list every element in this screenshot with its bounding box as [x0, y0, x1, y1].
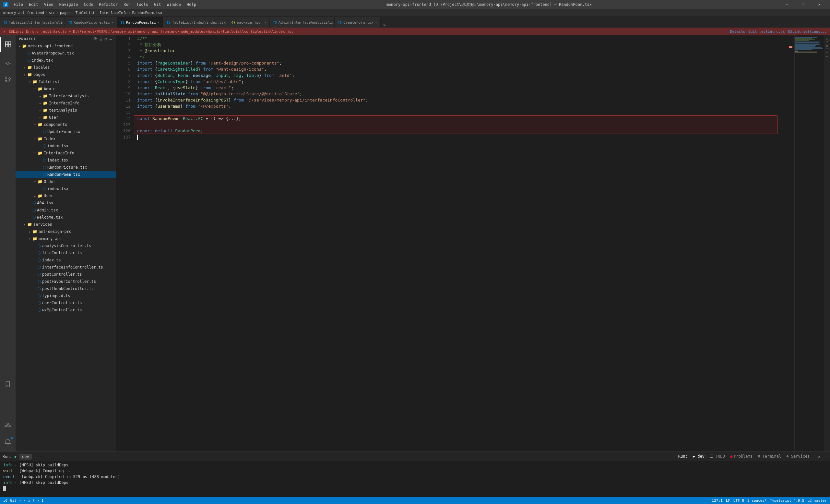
sidebar-icon-refresh[interactable]: ⟳ — [93, 36, 98, 41]
tree-item-welcome[interactable]: ⬡ Welcome.tsx — [15, 214, 116, 221]
tree-item-indextsxii[interactable]: ⬡ index.tsx — [15, 157, 116, 164]
error-settings-link[interactable]: ESLint settings... — [788, 30, 827, 34]
sidebar-icon-minus[interactable]: – — [109, 36, 113, 41]
bottom-tab-dev[interactable]: ▶ dev — [693, 452, 705, 461]
tree-item-root[interactable]: ▾ 📁 memory-api-frontend — [15, 42, 116, 50]
activity-bookmarks[interactable] — [0, 376, 15, 392]
tree-item-randompicture[interactable]: ⬡ RandomPicture.tsx — [15, 164, 116, 171]
run-config[interactable]: dev — [20, 454, 32, 460]
tree-item-tablelist[interactable]: ▾ 📁 TableList — [15, 78, 116, 85]
tree-item-index-root[interactable]: ⬡ index.tsx — [15, 57, 116, 64]
minimize-button[interactable]: – — [779, 0, 794, 9]
menu-window[interactable]: Window — [164, 2, 184, 7]
tree-item-antdesignpro[interactable]: ▸ 📁 ant-design-pro — [15, 228, 116, 235]
tree-item-file[interactable]: ⬡ fileController.ts — [15, 249, 116, 256]
tree-item-avatardropdown[interactable]: ⬡ AvatarDropdown.tsx — [15, 50, 116, 57]
tab-close-icon[interactable]: × — [264, 21, 266, 24]
status-errors[interactable]: ✕ 1 — [37, 499, 44, 503]
menu-run[interactable]: Run — [121, 2, 133, 7]
bottom-tab-problems[interactable]: ● Problems — [730, 452, 753, 461]
tree-item-wxmp[interactable]: ⬡ wxMpController.ts — [15, 307, 116, 314]
status-position[interactable]: 127:1 — [712, 499, 723, 503]
tab-randompicture[interactable]: TS RandomPicture.tsx × — [65, 17, 117, 28]
bottom-tab-run[interactable]: Run: — [678, 452, 688, 461]
tree-item-randompoem[interactable]: ⬡ RandomPoem.tsx — [15, 171, 116, 178]
status-warnings[interactable]: ⚠ 7 — [28, 499, 35, 503]
menu-help[interactable]: Help — [184, 2, 199, 7]
tree-item-interfaceinfo[interactable]: ▾ 📁 InterfaceInfo — [15, 150, 116, 157]
tree-item-typings[interactable]: ⬡ typings.d.ts — [15, 292, 116, 300]
tree-item-admin[interactable]: ▾ 📁 Admin — [15, 85, 116, 92]
status-git-branch[interactable]: Git — [10, 499, 17, 503]
tab-close-icon[interactable]: × — [158, 21, 160, 24]
tab-adminindex[interactable]: TS Admin\InterfaceAnalysis\index.tsx × — [270, 17, 334, 28]
run-icon[interactable]: ▶ — [14, 454, 17, 459]
tree-item-services[interactable]: ▾ 📁 services — [15, 221, 116, 228]
tree-item-interfaceinfocontroller[interactable]: ⬡ interfaceInfoController.ts — [15, 264, 116, 271]
activity-notifications[interactable] — [0, 435, 15, 450]
close-button[interactable]: × — [812, 0, 827, 9]
tab-tablelistindex2[interactable]: TS TableList\Index\index.tsx × — [163, 17, 228, 28]
tab-packagejson[interactable]: {} package.json × — [228, 17, 270, 28]
menu-code[interactable]: Code — [82, 2, 96, 7]
tree-item-postfavour[interactable]: ⬡ postFavourController.ts — [15, 278, 116, 285]
menu-git[interactable]: Git — [151, 2, 164, 7]
menu-file[interactable]: File — [11, 2, 26, 7]
code-content[interactable]: 3/** * 接口分析 * @constructor */ import {Pa… — [134, 35, 787, 451]
activity-project[interactable] — [0, 37, 15, 52]
activity-commit[interactable] — [0, 56, 15, 71]
tab-overflow-icon[interactable]: » — [381, 22, 388, 28]
terminal-cursor-line[interactable] — [3, 485, 827, 491]
tree-item-updateform[interactable]: ⬡ UpdateForm.tsx — [15, 128, 116, 135]
tree-item-memoryapi[interactable]: ▾ 📁 memory-api — [15, 235, 116, 242]
code-editor[interactable]: 1 2 3 4 5 6 7 8 9 10 11 12 13 14 125 126… — [116, 35, 824, 451]
status-lf[interactable]: LF — [726, 499, 730, 503]
bottom-tab-services[interactable]: ⊙ Services — [786, 452, 809, 461]
menu-tools[interactable]: Tools — [134, 2, 151, 7]
maximize-button[interactable]: □ — [796, 0, 810, 9]
tab-close-icon[interactable]: × — [375, 21, 377, 24]
error-details-link[interactable]: Details — [730, 30, 745, 34]
tree-item-interfaceanalysis[interactable]: ▸ 📁 InterfaceAnalysis — [15, 92, 116, 100]
menu-refactor[interactable]: Refactor — [96, 2, 120, 7]
tree-item-index-folder[interactable]: ▾ 📁 Index — [15, 135, 116, 143]
bottom-tab-todo[interactable]: ☰ TODO — [710, 452, 725, 461]
tree-item-interfaceinfo-admin[interactable]: ▸ 📁 InterfaceInfo — [15, 100, 116, 107]
tab-tablelistindex[interactable]: TS TableList\InterfaceInfo\index.tsx × — [0, 17, 65, 28]
breadcrumb-item-tablelist[interactable]: TableList — [75, 11, 95, 15]
menu-edit[interactable]: Edit — [26, 2, 41, 7]
bottom-tab-terminal[interactable]: ⊞ Terminal — [758, 452, 781, 461]
tree-item-analysis[interactable]: ⬡ analysisController.ts — [15, 242, 116, 249]
bottom-settings-icon[interactable]: ⚙ — [818, 454, 820, 459]
tree-item-order-index[interactable]: ⬡ index.tsx — [15, 185, 116, 192]
breadcrumb-item-root[interactable]: memory-api-frontend — [3, 11, 44, 15]
tab-close-icon[interactable]: × — [112, 21, 114, 24]
bottom-close-icon[interactable]: – — [825, 454, 827, 459]
sidebar-icon-collapse[interactable]: ≡ — [99, 36, 102, 41]
tree-item-user-admin[interactable]: ▸ 📁 User — [15, 114, 116, 121]
status-git-icon[interactable]: ⎇ — [3, 499, 7, 503]
tree-item-user[interactable]: ▸ 📁 User — [15, 192, 116, 199]
tree-item-testanalysis[interactable]: ▸ 📁 testAnalysis — [15, 107, 116, 114]
breadcrumb-item-src[interactable]: src — [49, 11, 55, 15]
breadcrumb-item-interfaceinfo[interactable]: InterfaceInfo — [99, 11, 127, 15]
breadcrumb-item-file[interactable]: RandomPoem.tsx — [132, 11, 162, 15]
tree-item-locales[interactable]: ▸ 📁 locales — [15, 64, 116, 71]
tab-randompoem[interactable]: TS RandomPoem.tsx × — [117, 17, 163, 28]
activity-pullrequests[interactable] — [0, 72, 15, 87]
status-encoding[interactable]: UTF-8 — [733, 499, 744, 503]
tree-item-404[interactable]: ⬡ 404.tsx — [15, 199, 116, 207]
activity-structure[interactable] — [0, 418, 15, 434]
tab-createform[interactable]: TS CreateForm.tsx × — [334, 17, 381, 28]
breadcrumb-item-pages[interactable]: pages — [60, 11, 71, 15]
tree-item-pages[interactable]: ▾ 📁 pages — [15, 71, 116, 78]
tree-item-components[interactable]: ▾ 📁 components — [15, 121, 116, 128]
status-git-master[interactable]: ⎇ master — [808, 499, 827, 503]
tree-item-index-tsx[interactable]: ⬡ index.tsx — [15, 143, 116, 150]
tree-item-postcontroller[interactable]: ⬡ postController.ts — [15, 271, 116, 278]
sidebar-icon-gear[interactable]: ⚙ — [104, 36, 107, 41]
tree-item-postthumb[interactable]: ⬡ postThumbController.ts — [15, 285, 116, 292]
status-indent[interactable]: 2 spaces* — [747, 499, 767, 503]
tree-item-admin-tsx[interactable]: ⬡ Admin.tsx — [15, 207, 116, 214]
menu-navigate[interactable]: Navigate — [57, 2, 81, 7]
